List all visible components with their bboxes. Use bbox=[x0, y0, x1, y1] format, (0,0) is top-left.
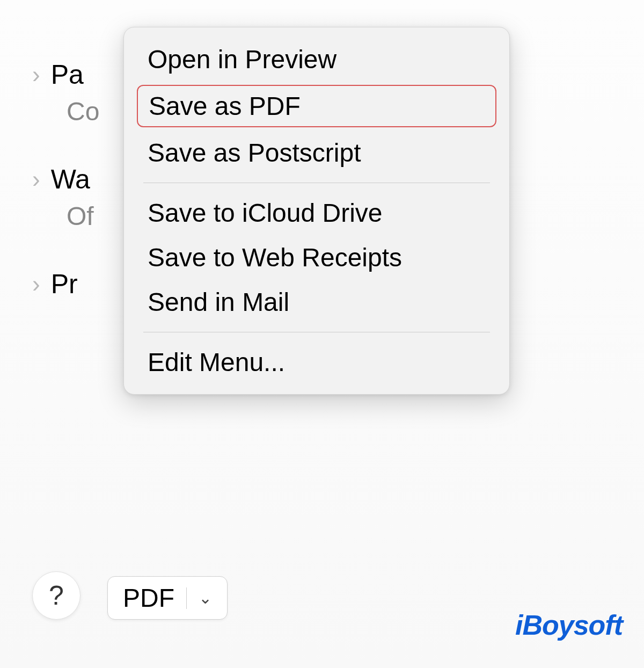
menu-item-save-as-postscript[interactable]: Save as Postscript bbox=[124, 130, 509, 175]
watermark-text: iBoysoft bbox=[515, 609, 623, 641]
section-label: Pr bbox=[51, 268, 78, 300]
menu-item-open-preview[interactable]: Open in Preview bbox=[124, 37, 509, 82]
menu-item-save-as-pdf[interactable]: Save as PDF bbox=[137, 85, 496, 127]
watermark-logo: iBoysoft bbox=[515, 609, 623, 641]
pdf-dropdown-menu: Open in Preview Save as PDF Save as Post… bbox=[123, 27, 510, 395]
button-divider bbox=[186, 587, 187, 609]
menu-separator bbox=[143, 332, 490, 332]
menu-item-save-web-receipts[interactable]: Save to Web Receipts bbox=[124, 235, 509, 280]
chevron-down-icon: ⌄ bbox=[199, 589, 212, 607]
menu-item-send-mail[interactable]: Send in Mail bbox=[124, 280, 509, 324]
section-label: Pa bbox=[51, 59, 84, 90]
menu-item-edit-menu[interactable]: Edit Menu... bbox=[124, 340, 509, 384]
help-button[interactable]: ? bbox=[32, 571, 80, 620]
chevron-right-icon: › bbox=[32, 63, 40, 86]
pdf-button-label: PDF bbox=[123, 583, 174, 613]
help-icon: ? bbox=[49, 580, 64, 611]
menu-item-save-icloud[interactable]: Save to iCloud Drive bbox=[124, 191, 509, 235]
section-label: Wa bbox=[51, 164, 90, 195]
menu-separator bbox=[143, 183, 490, 183]
chevron-right-icon: › bbox=[32, 168, 40, 191]
chevron-right-icon: › bbox=[32, 272, 40, 296]
pdf-dropdown-button[interactable]: PDF ⌄ bbox=[107, 576, 228, 620]
